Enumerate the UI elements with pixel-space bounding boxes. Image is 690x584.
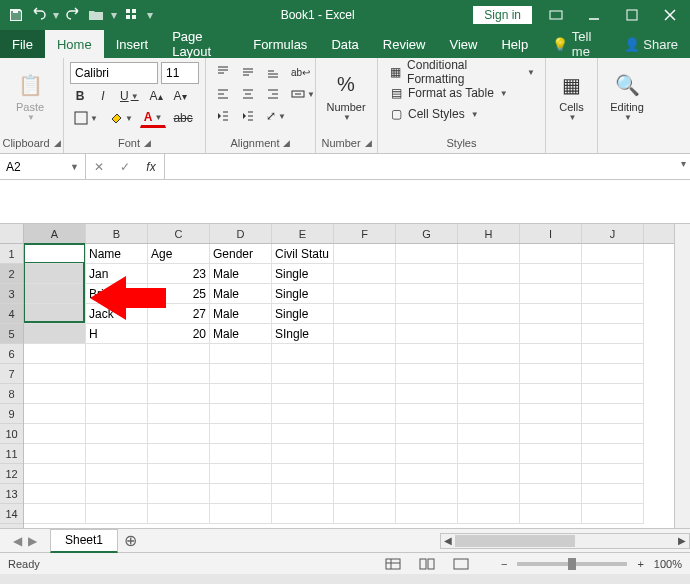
cell[interactable] [210, 364, 272, 384]
cell[interactable] [24, 324, 86, 344]
row-header[interactable]: 5 [0, 324, 23, 344]
cell[interactable] [458, 244, 520, 264]
cell[interactable] [520, 404, 582, 424]
new-sheet-button[interactable]: ⊕ [118, 529, 142, 553]
cell[interactable] [582, 464, 644, 484]
align-middle-button[interactable] [237, 62, 259, 82]
cell[interactable] [24, 404, 86, 424]
align-center-button[interactable] [237, 84, 259, 104]
cell[interactable] [396, 284, 458, 304]
column-header[interactable]: I [520, 224, 582, 243]
normal-view-button[interactable] [381, 555, 405, 573]
cell[interactable] [520, 264, 582, 284]
cell[interactable] [396, 424, 458, 444]
cell[interactable] [210, 384, 272, 404]
cell[interactable] [86, 504, 148, 524]
align-right-button[interactable] [262, 84, 284, 104]
cell[interactable] [24, 264, 86, 284]
cell[interactable]: H [86, 324, 148, 344]
scroll-right-icon[interactable]: ▶ [675, 534, 689, 548]
redo-icon[interactable] [66, 7, 82, 23]
cell[interactable] [24, 304, 86, 324]
cell[interactable] [582, 264, 644, 284]
cell[interactable]: SIngle [272, 324, 334, 344]
cell[interactable]: 25 [148, 284, 210, 304]
dialog-launcher-icon[interactable]: ◢ [54, 138, 61, 148]
vertical-scrollbar[interactable] [674, 224, 690, 528]
cell[interactable] [458, 264, 520, 284]
name-box[interactable]: A2▼ [0, 154, 86, 179]
cell[interactable] [520, 344, 582, 364]
cell[interactable] [148, 444, 210, 464]
format-as-table-button[interactable]: ▤Format as Table▼ [384, 83, 539, 103]
cell[interactable] [272, 504, 334, 524]
scrollbar-thumb[interactable] [455, 535, 575, 547]
cell[interactable] [210, 424, 272, 444]
cell[interactable] [24, 424, 86, 444]
ribbon-display-options-icon[interactable] [542, 1, 570, 29]
close-icon[interactable] [656, 1, 684, 29]
cell[interactable] [334, 504, 396, 524]
save-icon[interactable] [8, 7, 24, 23]
cell[interactable] [148, 364, 210, 384]
cell[interactable] [272, 404, 334, 424]
cell[interactable] [582, 424, 644, 444]
cell[interactable] [334, 464, 396, 484]
cell[interactable] [210, 344, 272, 364]
decrease-indent-button[interactable] [212, 106, 234, 126]
cell-styles-button[interactable]: ▢Cell Styles▼ [384, 104, 539, 124]
cell[interactable] [24, 384, 86, 404]
column-header[interactable]: B [86, 224, 148, 243]
cell[interactable] [458, 324, 520, 344]
dialog-launcher-icon[interactable]: ◢ [283, 138, 290, 148]
row-header[interactable]: 14 [0, 504, 23, 524]
cell[interactable] [334, 424, 396, 444]
cell[interactable] [272, 424, 334, 444]
tab-view[interactable]: View [437, 30, 489, 58]
cell[interactable] [86, 404, 148, 424]
row-header[interactable]: 7 [0, 364, 23, 384]
align-top-button[interactable] [212, 62, 234, 82]
cell[interactable] [520, 504, 582, 524]
zoom-in-button[interactable]: + [637, 558, 643, 570]
cell[interactable] [582, 404, 644, 424]
select-all-corner[interactable] [0, 224, 23, 244]
cell[interactable] [86, 484, 148, 504]
column-header[interactable]: E [272, 224, 334, 243]
cell[interactable] [24, 484, 86, 504]
dialog-launcher-icon[interactable]: ◢ [144, 138, 151, 148]
font-name-input[interactable] [70, 62, 158, 84]
row-header[interactable]: 8 [0, 384, 23, 404]
cell[interactable]: Single [272, 284, 334, 304]
increase-font-button[interactable]: A▴ [146, 86, 167, 106]
align-bottom-button[interactable] [262, 62, 284, 82]
zoom-slider[interactable] [517, 562, 627, 566]
cell[interactable] [582, 504, 644, 524]
cell[interactable] [582, 364, 644, 384]
column-header[interactable]: A [24, 224, 86, 243]
editing-button[interactable]: 🔍 Editing ▼ [604, 62, 650, 128]
cell[interactable] [520, 324, 582, 344]
cell[interactable] [582, 484, 644, 504]
minimize-icon[interactable] [580, 1, 608, 29]
cell[interactable] [520, 444, 582, 464]
underline-button[interactable]: U▼ [116, 86, 143, 106]
column-header[interactable]: J [582, 224, 644, 243]
number-format-button[interactable]: % Number ▼ [322, 62, 370, 128]
column-header[interactable]: G [396, 224, 458, 243]
cell[interactable]: 23 [148, 264, 210, 284]
cell[interactable] [582, 304, 644, 324]
horizontal-scrollbar[interactable]: ◀ ▶ [440, 533, 690, 549]
row-header[interactable]: 13 [0, 484, 23, 504]
scroll-left-icon[interactable]: ◀ [441, 534, 455, 548]
borders-button[interactable]: ▼ [70, 108, 102, 128]
cell[interactable] [458, 484, 520, 504]
cell[interactable] [334, 264, 396, 284]
cell[interactable] [520, 364, 582, 384]
cell[interactable] [148, 384, 210, 404]
fill-color-button[interactable]: ▼ [105, 108, 137, 128]
tab-review[interactable]: Review [371, 30, 438, 58]
cell[interactable] [24, 364, 86, 384]
cell[interactable] [272, 484, 334, 504]
cell[interactable] [334, 344, 396, 364]
